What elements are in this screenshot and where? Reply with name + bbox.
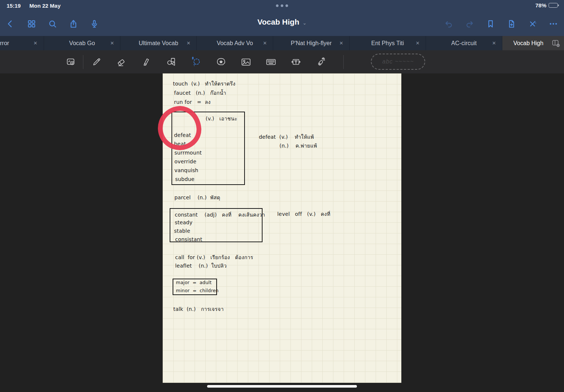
- zoom-window-tool[interactable]: [65, 55, 78, 69]
- note-line-touch: touch (v.) ทำให้ตราตรึง: [173, 80, 235, 88]
- shapes-icon: [166, 57, 177, 68]
- microphone-icon: [90, 19, 99, 29]
- note-line-minor: minor = children: [176, 288, 218, 293]
- tab-close-icon[interactable]: ✕: [339, 40, 343, 46]
- status-date: Mon 22 May: [29, 3, 61, 9]
- stylus-cross-icon: [528, 19, 537, 29]
- tab-7-active[interactable]: Vocab High: [502, 36, 564, 50]
- search-icon: [48, 19, 57, 29]
- tab-label: Vocab Go: [69, 40, 95, 47]
- lasso-tool[interactable]: [189, 55, 203, 69]
- stickers-tool[interactable]: [214, 55, 228, 69]
- note-line-defeat-v: defeat (v.) ทำให้แพ้: [259, 133, 314, 141]
- keyboard-tool[interactable]: [264, 55, 278, 69]
- tab-label: Vocab High: [513, 40, 543, 47]
- status-bar: 15:19 Mon 22 May 78%: [0, 0, 564, 12]
- eraser-tool[interactable]: [115, 55, 128, 69]
- tab-5[interactable]: Ent Phys Titi ✕: [350, 36, 426, 50]
- constant-box-header: constant (adj) คงที่ คงเส้นคงวา: [175, 211, 265, 219]
- home-indicator[interactable]: [207, 385, 357, 388]
- chevron-left-icon: [6, 19, 15, 29]
- document-title-label: Vocab High: [257, 18, 299, 26]
- text-tool[interactable]: [289, 55, 303, 69]
- eraser-icon: [116, 57, 127, 68]
- bookmark-button[interactable]: [484, 17, 497, 30]
- toolbar-separator: [83, 55, 83, 69]
- chevron-down-icon: ⌄: [303, 20, 307, 26]
- tab-4[interactable]: P'Nat High-flyer ✕: [273, 36, 350, 50]
- undo-button[interactable]: [442, 17, 455, 30]
- highlighter-tool[interactable]: [140, 55, 153, 69]
- tab-1[interactable]: Vocab Go ✕: [44, 36, 120, 50]
- battery-percent: 78%: [535, 2, 546, 8]
- thumbnail-grid-button[interactable]: [25, 17, 38, 30]
- defeat-item: override: [174, 159, 196, 164]
- tab-6[interactable]: AC-circuit ✕: [426, 36, 502, 50]
- note-page-canvas[interactable]: touch (v.) ทำให้ตราตรึง faucet (n.) ก๊อก…: [163, 73, 401, 383]
- microphone-button[interactable]: [88, 17, 101, 30]
- redo-icon: [465, 19, 474, 29]
- defeat-item: surrmount: [174, 150, 202, 156]
- sticker-star-icon: [216, 57, 227, 68]
- note-line-run-for: run for = ลง: [174, 98, 211, 106]
- note-line-level-off: level off (v.) คงที่: [277, 210, 330, 218]
- bookmark-icon: [486, 19, 495, 29]
- tab-close-icon[interactable]: ✕: [492, 40, 496, 46]
- battery-indicator: 78%: [535, 2, 559, 8]
- note-line-major: major = adult: [176, 280, 212, 285]
- shapes-tool[interactable]: [165, 55, 178, 69]
- multitask-dots-icon[interactable]: [276, 4, 288, 7]
- keyboard-icon: [265, 57, 276, 68]
- text-box-icon: [290, 57, 301, 68]
- back-button[interactable]: [4, 17, 17, 30]
- tab-bar: rror ✕ Vocab Go ✕ Ultimate Vocab ✕ Vocab…: [0, 36, 564, 50]
- more-options-button[interactable]: [547, 17, 560, 30]
- share-icon: [69, 19, 78, 29]
- add-page-icon: [507, 19, 516, 29]
- laser-pointer-icon: [315, 57, 326, 68]
- constant-item: steady: [175, 219, 192, 225]
- tab-label: Ultimate Vocab: [139, 40, 178, 47]
- undo-icon: [444, 19, 453, 29]
- tab-label: Vocab Adv Vo: [217, 40, 253, 47]
- tab-close-icon[interactable]: ✕: [187, 40, 191, 46]
- laser-pointer-tool[interactable]: [314, 55, 327, 69]
- stylus-toggle-button[interactable]: [526, 17, 539, 30]
- toolbar-separator: [343, 55, 344, 69]
- tab-3[interactable]: Vocab Adv Vo ✕: [197, 36, 273, 50]
- note-line-parcel: parcel (n.) พัสดุ: [174, 193, 220, 202]
- pen-toolbar: [0, 50, 564, 73]
- nav-row: Vocab High ⌄: [0, 12, 564, 36]
- header: 15:19 Mon 22 May 78%: [0, 0, 564, 36]
- tab-close-icon[interactable]: ✕: [263, 40, 267, 46]
- tab-label: P'Nat High-flyer: [291, 40, 332, 47]
- image-icon: [241, 57, 252, 68]
- pen-tool[interactable]: [90, 55, 103, 69]
- tab-label: rror: [0, 40, 9, 47]
- page-sidebar-icon[interactable]: [552, 39, 560, 48]
- tab-label: Ent Phys Titi: [371, 40, 404, 47]
- share-button[interactable]: [67, 17, 80, 30]
- battery-icon: [549, 3, 558, 8]
- note-line-defeat-n: (n.) ค.พ่ายแพ้: [279, 142, 317, 150]
- ellipsis-icon: [549, 19, 558, 29]
- redo-button[interactable]: [463, 17, 476, 30]
- note-line-talk: talk (n.) การเจรจา: [173, 305, 224, 313]
- tab-close-icon[interactable]: ✕: [110, 40, 114, 46]
- status-time: 15:19: [7, 3, 21, 9]
- note-line-call-for: call for (v.) เรียกร้อง ต้องการ: [175, 253, 253, 261]
- image-tool[interactable]: [239, 55, 253, 69]
- document-title[interactable]: Vocab High ⌄: [257, 18, 307, 26]
- note-line-leaflet: leaflet (n.) ใบปลิว: [175, 262, 227, 270]
- tab-2[interactable]: Ultimate Vocab ✕: [120, 36, 197, 50]
- defeat-box-header: (v.) เอาชนะ: [206, 115, 237, 123]
- handwriting-style-slot[interactable]: abc ~~~~~: [371, 54, 425, 70]
- tab-close-icon[interactable]: ✕: [416, 40, 420, 46]
- tab-0[interactable]: rror ✕: [0, 36, 44, 50]
- tab-close-icon[interactable]: ✕: [33, 40, 37, 46]
- constant-item: stable: [174, 228, 190, 234]
- add-page-button[interactable]: [505, 17, 518, 30]
- pen-icon: [91, 57, 102, 68]
- search-button[interactable]: [46, 17, 59, 30]
- defeat-item: vanquish: [174, 167, 198, 173]
